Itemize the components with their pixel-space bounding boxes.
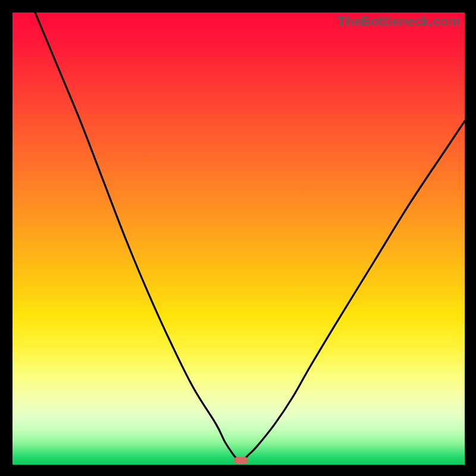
bottleneck-curve [12, 12, 465, 465]
optimal-marker [234, 457, 248, 464]
chart-plot-area: TheBottleneck.com [12, 12, 465, 465]
watermark-text: TheBottleneck.com [337, 14, 460, 29]
chart-stage: TheBottleneck.com [0, 0, 476, 476]
